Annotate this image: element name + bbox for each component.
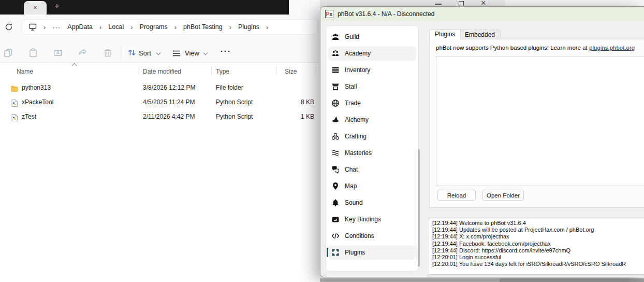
conditions-icon	[331, 232, 340, 240]
taskbar-strip-dark	[500, 278, 644, 282]
chat-icon	[331, 165, 340, 174]
trade-icon	[331, 99, 340, 107]
column-header-name[interactable]: Name	[17, 68, 33, 75]
open-folder-button[interactable]: Open Folder	[482, 190, 524, 201]
phbot-titlebar[interactable]: Px phBot v31.6.4 - N/A - Disconnected	[320, 7, 644, 21]
tab-plugins[interactable]: Plugins	[429, 29, 461, 39]
tab-embedded[interactable]: Embedded	[459, 30, 501, 39]
map-icon	[331, 182, 340, 190]
breadcrumb[interactable]: › ··· AppData › Local › Programs › phBot…	[22, 19, 318, 35]
sidebar-item-chat[interactable]: Chat	[328, 162, 416, 177]
column-header-type[interactable]: Type	[216, 68, 229, 75]
minimize-button[interactable]	[435, 4, 442, 5]
file-list: Name Date modified Type Size python313 3…	[0, 63, 320, 282]
sidebar-item-label: Sound	[345, 199, 363, 206]
phbot-window: Px phBot v31.6.4 - N/A - Disconnected Gu…	[320, 6, 644, 277]
screen: × × + › ··· AppData › Local › Programs ›…	[0, 0, 644, 282]
file-date: 4/5/2025 11:24 PM	[143, 95, 195, 109]
chevron-down-icon	[156, 51, 160, 55]
crafting-icon	[331, 132, 340, 140]
inventory-icon	[331, 66, 340, 74]
sidebar-item-sound[interactable]: Sound	[328, 195, 416, 210]
view-button[interactable]: View	[185, 49, 199, 57]
column-header-date[interactable]: Date modified	[143, 68, 181, 75]
sidebar-item-label: Map	[345, 182, 357, 190]
masteries-icon	[331, 149, 340, 157]
delete-icon[interactable]	[103, 48, 113, 58]
sidebar-item-plugins[interactable]: Plugins	[328, 245, 416, 260]
sidebar-item-stall[interactable]: Stall	[328, 79, 416, 94]
academy-icon	[331, 49, 340, 58]
table-row[interactable]: xPackeTool 4/5/2025 11:24 PM Python Scri…	[0, 95, 320, 109]
column-header-size[interactable]: Size	[285, 68, 297, 75]
plugins-icon	[331, 248, 340, 257]
sidebar-item-label: Key Bindings	[345, 216, 381, 223]
sidebar-item-label: Crafting	[345, 133, 367, 140]
guild-icon	[331, 33, 340, 41]
column-divider[interactable]	[139, 66, 139, 75]
table-row[interactable]: zTest 2/11/2026 4:42 PM Python Script 1 …	[0, 109, 320, 124]
rename-icon[interactable]	[53, 48, 63, 58]
taskbar-strip-light	[319, 278, 500, 282]
sidebar-item-alchemy[interactable]: Alchemy	[328, 112, 416, 127]
sidebar-item-masteries[interactable]: Masteries	[328, 146, 416, 160]
plugins-list[interactable]	[436, 56, 644, 186]
window-title: phBot v31.6.4 - N/A - Disconnected	[338, 10, 434, 18]
more-options-button[interactable]: ···	[221, 47, 231, 55]
explorer-tab-strip: × +	[0, 0, 289, 15]
sidebar-item-label: Stall	[345, 83, 357, 90]
phbot-logo: Px	[325, 10, 333, 18]
sidebar-item-label: Alchemy	[345, 116, 369, 123]
log-line: [12:19:44] Welcome to phBot v31.6.4	[432, 220, 644, 227]
sidebar-item-label: Masteries	[345, 149, 372, 157]
breadcrumb-item-appdata[interactable]: AppData	[67, 23, 93, 31]
breadcrumb-overflow[interactable]: ···	[52, 23, 61, 31]
sidebar-item-label: Chat	[345, 166, 358, 173]
column-divider[interactable]	[315, 66, 315, 75]
column-divider[interactable]	[211, 66, 212, 75]
sort-icon	[127, 48, 137, 59]
sidebar-item-conditions[interactable]: Conditions	[328, 229, 416, 243]
breadcrumb-item-phbot-testing[interactable]: phBot Testing	[183, 23, 223, 31]
sound-icon	[331, 199, 340, 207]
explorer-tab[interactable]: ×	[24, 1, 47, 15]
plugins-link[interactable]: plugins.phbot.org	[589, 45, 635, 51]
sidebar-item-map[interactable]: Map	[328, 179, 416, 193]
file-size: 8 KB	[280, 95, 314, 109]
sidebar-item-academy[interactable]: Academy	[328, 46, 416, 61]
log-line: [12:19:44] Facebook: facebook.com/projec…	[432, 241, 644, 247]
log-line: [12:20:01] You have 134 days left for iS…	[432, 261, 644, 267]
sort-ascending-icon	[72, 63, 77, 68]
sidebar-item-crafting[interactable]: Crafting	[328, 129, 416, 144]
paste-icon[interactable]	[28, 48, 38, 58]
log-line: [12:20:01] Login successful	[432, 254, 644, 261]
file-type: File folder	[216, 80, 243, 95]
reload-button[interactable]: Reload	[437, 190, 476, 201]
file-date: 2/11/2026 4:42 PM	[143, 109, 195, 124]
refresh-icon[interactable]	[4, 22, 13, 34]
breadcrumb-item-programs[interactable]: Programs	[140, 23, 168, 31]
copy-icon[interactable]	[3, 48, 13, 58]
share-icon[interactable]	[78, 48, 88, 58]
plugins-tab-panel: phBot now supports Python based plugins!…	[429, 39, 644, 208]
table-row[interactable]: python313 3/8/2026 12:12 PM File folder	[0, 80, 320, 95]
plugins-intro-text: phBot now supports Python based plugins!…	[436, 45, 635, 51]
breadcrumb-item-plugins[interactable]: Plugins	[238, 23, 259, 31]
breadcrumb-item-local[interactable]: Local	[108, 23, 124, 31]
sidebar-scrollbar[interactable]	[418, 149, 420, 266]
phbot-sidebar: Guild Academy Inventory Stall Trade Alch…	[326, 25, 419, 272]
sidebar-item-inventory[interactable]: Inventory	[328, 63, 416, 77]
sidebar-item-key-bindings[interactable]: Key Bindings	[328, 212, 416, 227]
sort-button[interactable]: Sort	[139, 49, 151, 57]
breadcrumb-separator: ›	[266, 23, 268, 31]
column-divider[interactable]	[276, 66, 276, 75]
breadcrumb-separator: ›	[43, 23, 46, 31]
maximize-button[interactable]	[459, 1, 464, 6]
log-output[interactable]: [12:19:44] Welcome to phBot v31.6.4 [12:…	[429, 218, 644, 275]
sidebar-item-label: Trade	[345, 100, 361, 107]
sidebar-item-trade[interactable]: Trade	[328, 96, 416, 110]
this-pc-icon[interactable]	[28, 23, 37, 31]
new-tab-button[interactable]: +	[52, 2, 62, 11]
file-date: 3/8/2026 12:12 PM	[143, 80, 195, 95]
sidebar-item-guild[interactable]: Guild	[328, 30, 416, 44]
